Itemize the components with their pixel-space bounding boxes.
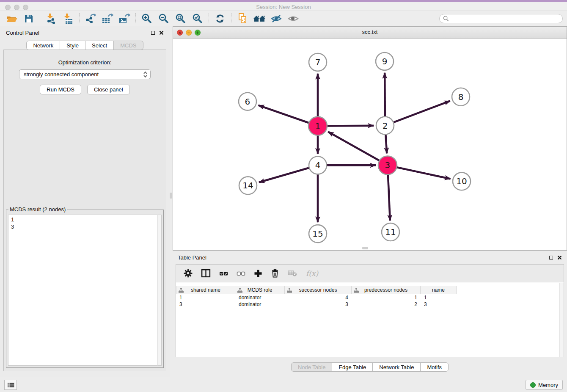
main-toolbar bbox=[0, 11, 567, 26]
open-session-icon[interactable] bbox=[3, 12, 20, 25]
run-mcds-button[interactable]: Run MCDS bbox=[40, 85, 81, 94]
vertical-split-handle[interactable] bbox=[170, 193, 172, 199]
edge-2-3[interactable] bbox=[385, 134, 387, 154]
column-header-successor-nodes[interactable]: successor nodes bbox=[285, 286, 352, 294]
function-builder-icon[interactable]: f(x) bbox=[306, 269, 318, 278]
graph-node-7[interactable]: 7 bbox=[309, 53, 327, 71]
graph-node-11[interactable]: 11 bbox=[382, 223, 399, 241]
hide-selected-icon[interactable] bbox=[268, 12, 285, 25]
edge-4-14[interactable] bbox=[259, 168, 310, 182]
table-row[interactable]: 1dominator411 bbox=[176, 294, 564, 301]
search-field[interactable] bbox=[439, 14, 563, 23]
edge-3-11[interactable] bbox=[388, 174, 390, 221]
zoom-in-icon[interactable] bbox=[138, 12, 155, 25]
tab-select[interactable]: Select bbox=[85, 41, 114, 50]
tab-network-table[interactable]: Network Table bbox=[373, 362, 421, 372]
column-header-name[interactable]: name bbox=[421, 286, 457, 294]
tab-style[interactable]: Style bbox=[60, 41, 85, 50]
search-input[interactable] bbox=[451, 16, 559, 22]
cell-predecessor-nodes[interactable]: 1 bbox=[352, 295, 421, 301]
tab-node-table[interactable]: Node Table bbox=[291, 362, 333, 372]
edge-2-8[interactable] bbox=[393, 101, 450, 123]
close-panel-icon[interactable] bbox=[159, 30, 164, 35]
table-panel-title: Table Panel bbox=[178, 254, 206, 261]
graph-node-9[interactable]: 9 bbox=[376, 52, 394, 70]
graph-node-14[interactable]: 14 bbox=[239, 177, 257, 194]
tab-network[interactable]: Network bbox=[26, 41, 60, 50]
svg-text:15: 15 bbox=[312, 229, 323, 239]
refresh-icon[interactable] bbox=[212, 12, 228, 25]
export-table-icon[interactable] bbox=[99, 12, 116, 25]
zoom-selected-icon[interactable] bbox=[189, 12, 206, 25]
edge-3-1[interactable] bbox=[328, 132, 380, 161]
mcds-result-scrollbar[interactable] bbox=[157, 215, 162, 366]
memory-button[interactable]: Memory bbox=[526, 380, 563, 390]
cell-name[interactable]: 3 bbox=[421, 301, 457, 307]
cell-successor-nodes[interactable]: 4 bbox=[285, 295, 352, 301]
edge-2-9[interactable] bbox=[385, 73, 385, 118]
select-all-columns-icon[interactable] bbox=[219, 271, 228, 276]
zoom-fit-icon[interactable] bbox=[172, 12, 189, 25]
column-header-mcds-role[interactable]: MCDS role bbox=[235, 286, 285, 294]
network-window-title: scc.txt bbox=[173, 29, 567, 35]
network-window-titlebar[interactable]: × − + scc.txt bbox=[173, 27, 567, 39]
cell-mcds-role[interactable]: dominator bbox=[235, 301, 285, 307]
svg-text:14: 14 bbox=[242, 180, 253, 190]
graph-node-2[interactable]: 2 bbox=[376, 117, 394, 135]
edge-3-10[interactable] bbox=[396, 167, 451, 179]
close-table-panel-icon[interactable] bbox=[557, 255, 562, 260]
svg-text:8: 8 bbox=[458, 92, 464, 102]
float-panel-icon[interactable] bbox=[151, 31, 155, 35]
network-canvas[interactable]: 7968124314101511 bbox=[173, 39, 567, 250]
cell-mcds-role[interactable]: dominator bbox=[235, 295, 285, 301]
import-network-icon[interactable] bbox=[43, 12, 60, 25]
delete-column-icon[interactable] bbox=[271, 269, 279, 278]
column-header-predecessor-nodes[interactable]: predecessor nodes bbox=[352, 286, 421, 294]
control-panel-title: Control Panel bbox=[6, 30, 39, 36]
cell-name[interactable]: 1 bbox=[421, 295, 457, 301]
node-table: shared nameMCDS rolesuccessor nodesprede… bbox=[176, 286, 564, 308]
graph-node-3[interactable]: 3 bbox=[378, 156, 397, 174]
table-scrollbar[interactable] bbox=[559, 283, 564, 357]
task-history-button[interactable] bbox=[4, 380, 17, 390]
criterion-select[interactable]: strongly connected component bbox=[19, 69, 151, 79]
unselect-all-columns-icon[interactable] bbox=[237, 271, 245, 276]
svg-text:10: 10 bbox=[456, 176, 467, 186]
control-panel-tabs: NetworkStyleSelectMCDS bbox=[0, 41, 170, 50]
zoom-out-icon[interactable] bbox=[155, 12, 172, 25]
edge-1-2[interactable] bbox=[326, 126, 374, 126]
gear-icon[interactable] bbox=[184, 269, 193, 278]
cell-shared-name[interactable]: 3 bbox=[176, 301, 235, 307]
copy-view-icon[interactable] bbox=[234, 12, 251, 25]
edge-1-6[interactable] bbox=[258, 105, 310, 123]
show-all-icon[interactable] bbox=[285, 12, 302, 25]
toolbar-separator bbox=[231, 13, 231, 24]
cell-successor-nodes[interactable]: 3 bbox=[285, 301, 352, 307]
cell-predecessor-nodes[interactable]: 2 bbox=[352, 301, 421, 307]
close-panel-button[interactable]: Close panel bbox=[87, 85, 130, 94]
column-label: predecessor nodes bbox=[364, 287, 407, 293]
graph-node-8[interactable]: 8 bbox=[452, 88, 470, 106]
import-table-icon[interactable] bbox=[60, 12, 77, 25]
tab-mcds[interactable]: MCDS bbox=[114, 41, 143, 50]
column-layout-icon[interactable] bbox=[201, 269, 211, 278]
mcds-result-text[interactable]: 1 3 bbox=[8, 215, 162, 366]
export-network-icon[interactable] bbox=[82, 12, 99, 25]
float-table-panel-icon[interactable] bbox=[549, 256, 553, 259]
first-neighbors-icon[interactable] bbox=[251, 12, 268, 25]
cell-shared-name[interactable]: 1 bbox=[176, 295, 235, 301]
delete-table-icon[interactable] bbox=[288, 270, 297, 277]
tab-motifs[interactable]: Motifs bbox=[421, 362, 449, 372]
export-image-icon[interactable] bbox=[116, 12, 133, 25]
horizontal-split-handle[interactable] bbox=[362, 247, 368, 249]
graph-node-10[interactable]: 10 bbox=[453, 172, 471, 190]
graph-node-6[interactable]: 6 bbox=[239, 93, 256, 110]
graph-node-1[interactable]: 1 bbox=[308, 117, 327, 135]
save-session-icon[interactable] bbox=[20, 12, 37, 25]
tab-edge-table[interactable]: Edge Table bbox=[332, 362, 373, 372]
column-header-shared-name[interactable]: shared name bbox=[176, 286, 235, 294]
graph-node-4[interactable]: 4 bbox=[309, 156, 327, 174]
table-row[interactable]: 3dominator323 bbox=[176, 301, 564, 308]
graph-node-15[interactable]: 15 bbox=[309, 225, 327, 243]
add-column-icon[interactable] bbox=[254, 269, 262, 278]
